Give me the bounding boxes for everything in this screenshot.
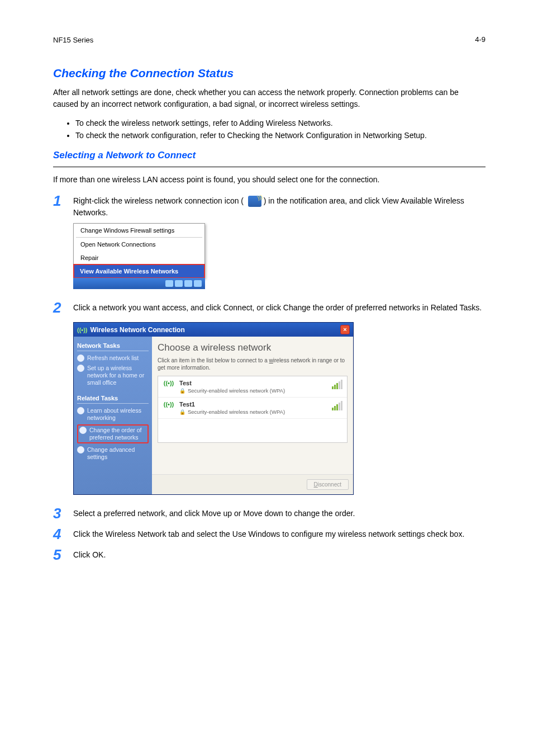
step-number: 2 <box>53 299 73 316</box>
footer-bar: Disconnect <box>152 474 353 494</box>
setup-icon <box>77 365 84 372</box>
star-icon <box>79 427 87 434</box>
window-title: Wireless Network Connection <box>91 326 185 334</box>
section-title-connection-status: Checking the Connection Status <box>53 67 486 80</box>
bullet-list: To check the wireless network settings, … <box>53 117 486 142</box>
sidebar-link-change-order[interactable]: Change the order of preferred networks <box>77 424 149 443</box>
network-list: ((•)) Test 🔒 Security-enabled wireless n… <box>158 376 348 443</box>
taskbar <box>73 278 205 289</box>
step-text: Click the Wireless Network tab and selec… <box>73 526 464 540</box>
tray-icon[interactable] <box>184 280 192 287</box>
context-menu-screenshot: Change Windows Firewall settings Open Ne… <box>73 223 486 289</box>
bullet-item: To check the network configuration, refe… <box>75 129 486 141</box>
network-security-label: Security-enabled wireless network (WPA) <box>188 409 285 415</box>
section-intro-paragraph: After all network settings are done, che… <box>53 87 486 110</box>
network-security-label: Security-enabled wireless network (WPA) <box>188 388 285 394</box>
gear-icon <box>77 446 84 453</box>
network-name: Test <box>179 380 327 386</box>
antenna-icon: ((•)) <box>77 327 88 333</box>
step-number: 1 <box>53 192 73 210</box>
context-menu-item[interactable]: Change Windows Firewall settings <box>74 224 204 237</box>
tray-icon[interactable] <box>175 280 183 287</box>
sidebar: Network Tasks Refresh network list Set u… <box>74 337 152 494</box>
step-row: 2 Click a network you want access, and c… <box>53 299 486 316</box>
wireless-window: ((•)) Wireless Network Connection × Netw… <box>73 322 354 495</box>
network-item[interactable]: ((•)) Test1 🔒 Security-enabled wireless … <box>158 398 347 419</box>
context-menu: Change Windows Firewall settings Open Ne… <box>73 223 205 278</box>
step-text: Click a network you want access, and cli… <box>73 299 482 314</box>
context-menu-item[interactable]: Repair <box>74 251 204 264</box>
context-menu-item[interactable]: Open Network Connections <box>74 238 204 251</box>
step-row: 4 Click the Wireless Network tab and sel… <box>53 526 486 543</box>
context-menu-item-highlighted[interactable]: View Available Wireless Networks <box>73 264 205 278</box>
step-number: 4 <box>53 526 73 543</box>
sidebar-link-learn[interactable]: Learn about wireless networking <box>77 407 149 422</box>
main-pane: Choose a wireless network Click an item … <box>152 337 353 494</box>
sidebar-link-advanced[interactable]: Change advanced settings <box>77 446 149 461</box>
doc-header: NF15 Series 4-9 <box>53 36 486 44</box>
sidebar-heading: Network Tasks <box>77 342 149 351</box>
wireless-tray-icon <box>248 196 261 207</box>
step-row: 3 Select a preferred network, and click … <box>53 505 486 522</box>
refresh-icon <box>77 355 84 362</box>
disconnect-button[interactable]: Disconnect <box>307 479 349 490</box>
signal-bars-icon <box>332 401 342 410</box>
step-number: 5 <box>53 546 73 564</box>
antenna-icon: ((•)) <box>163 401 175 408</box>
titlebar: ((•)) Wireless Network Connection × <box>74 323 353 337</box>
step-text: Right-click the wireless network connect… <box>73 192 486 219</box>
subsection-intro: If more than one wireless LAN access poi… <box>53 174 486 186</box>
sidebar-heading: Related Tasks <box>77 395 149 404</box>
network-name: Test1 <box>179 401 327 408</box>
step-row: 1 Right-click the wireless network conne… <box>53 192 486 219</box>
step-row: 5 Click OK. <box>53 546 486 564</box>
step-number: 3 <box>53 505 73 522</box>
page-number: 4-9 <box>475 35 486 44</box>
tray-icon[interactable] <box>165 280 173 287</box>
sidebar-link-setup[interactable]: Set up a wireless network for a home or … <box>77 365 149 386</box>
info-icon <box>77 407 84 414</box>
subsection-title-select-network: Selecting a Network to Connect <box>53 150 486 161</box>
lock-icon: 🔒 <box>179 388 185 394</box>
bullet-item: To check the wireless network settings, … <box>75 117 486 129</box>
close-button[interactable]: × <box>340 325 350 334</box>
main-pane-subtitle: Click an item in the list below to conne… <box>158 357 348 371</box>
divider <box>53 167 486 167</box>
main-pane-title: Choose a wireless network <box>158 342 353 353</box>
step-text: Click OK. <box>73 546 106 561</box>
tray-icon[interactable] <box>194 280 202 287</box>
doc-series: NF15 Series <box>53 36 486 44</box>
antenna-icon: ((•)) <box>163 380 175 386</box>
step-text: Select a preferred network, and click Mo… <box>73 505 355 519</box>
network-item[interactable]: ((•)) Test 🔒 Security-enabled wireless n… <box>158 376 347 398</box>
signal-bars-icon <box>332 380 342 389</box>
lock-icon: 🔒 <box>179 409 185 415</box>
wireless-window-screenshot: ((•)) Wireless Network Connection × Netw… <box>73 322 486 495</box>
sidebar-link-refresh[interactable]: Refresh network list <box>77 355 149 362</box>
